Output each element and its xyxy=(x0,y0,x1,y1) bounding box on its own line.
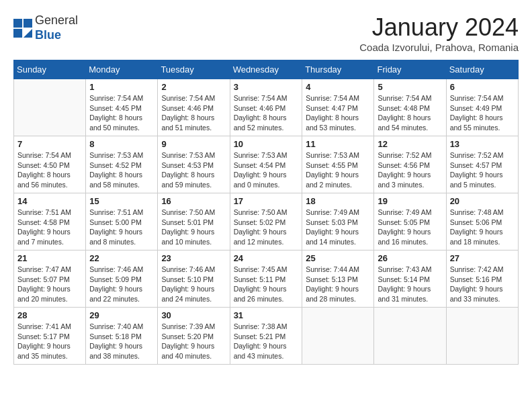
day-number: 25 xyxy=(306,253,370,263)
day-info: Sunrise: 7:47 AMSunset: 5:07 PMDaylight:… xyxy=(17,265,82,304)
day-info: Sunrise: 7:43 AMSunset: 5:14 PMDaylight:… xyxy=(378,265,442,304)
day-number: 13 xyxy=(450,139,515,149)
calendar-cell: 18Sunrise: 7:49 AMSunset: 5:03 PMDayligh… xyxy=(302,193,374,250)
calendar-cell xyxy=(302,308,374,365)
calendar-cell: 15Sunrise: 7:51 AMSunset: 5:00 PMDayligh… xyxy=(86,193,158,250)
svg-rect-1 xyxy=(24,19,32,28)
day-info: Sunrise: 7:53 AMSunset: 4:52 PMDaylight:… xyxy=(89,150,154,190)
calendar-cell: 26Sunrise: 7:43 AMSunset: 5:14 PMDayligh… xyxy=(374,250,446,308)
day-number: 11 xyxy=(306,139,370,149)
day-number: 22 xyxy=(89,253,154,263)
day-number: 23 xyxy=(161,253,226,263)
calendar-cell: 7Sunrise: 7:54 AMSunset: 4:50 PMDaylight… xyxy=(14,136,86,193)
day-number: 9 xyxy=(161,139,226,149)
calendar-cell: 31Sunrise: 7:38 AMSunset: 5:21 PMDayligh… xyxy=(230,308,302,365)
day-number: 1 xyxy=(89,82,154,92)
calendar-cell: 30Sunrise: 7:39 AMSunset: 5:20 PMDayligh… xyxy=(158,308,230,365)
day-number: 17 xyxy=(234,196,299,206)
col-wednesday: Wednesday xyxy=(230,60,302,79)
day-number: 27 xyxy=(450,253,515,263)
logo-line1: General xyxy=(35,13,78,28)
day-info: Sunrise: 7:54 AMSunset: 4:46 PMDaylight:… xyxy=(234,93,299,133)
day-number: 3 xyxy=(234,82,299,92)
calendar-cell: 21Sunrise: 7:47 AMSunset: 5:07 PMDayligh… xyxy=(14,250,86,308)
day-info: Sunrise: 7:51 AMSunset: 5:00 PMDaylight:… xyxy=(89,208,154,247)
day-info: Sunrise: 7:52 AMSunset: 4:57 PMDaylight:… xyxy=(450,150,515,190)
day-number: 28 xyxy=(17,310,82,320)
day-info: Sunrise: 7:50 AMSunset: 5:02 PMDaylight:… xyxy=(234,208,299,247)
day-number: 20 xyxy=(450,196,515,206)
calendar-cell: 25Sunrise: 7:44 AMSunset: 5:13 PMDayligh… xyxy=(302,250,374,308)
day-number: 18 xyxy=(306,196,370,206)
calendar-cell: 9Sunrise: 7:53 AMSunset: 4:53 PMDaylight… xyxy=(158,136,230,193)
day-info: Sunrise: 7:46 AMSunset: 5:10 PMDaylight:… xyxy=(161,265,226,304)
day-info: Sunrise: 7:54 AMSunset: 4:46 PMDaylight:… xyxy=(161,93,226,133)
day-number: 4 xyxy=(306,82,370,92)
day-number: 7 xyxy=(17,139,82,149)
calendar-header-row: Sunday Monday Tuesday Wednesday Thursday… xyxy=(14,60,519,79)
calendar-cell: 19Sunrise: 7:49 AMSunset: 5:05 PMDayligh… xyxy=(374,193,446,250)
day-info: Sunrise: 7:50 AMSunset: 5:01 PMDaylight:… xyxy=(161,208,226,247)
calendar-cell: 8Sunrise: 7:53 AMSunset: 4:52 PMDaylight… xyxy=(86,136,158,193)
location: Coada Izvorului, Prahova, Romania xyxy=(359,42,519,53)
week-row-4: 21Sunrise: 7:47 AMSunset: 5:07 PMDayligh… xyxy=(14,250,519,308)
calendar-table: Sunday Monday Tuesday Wednesday Thursday… xyxy=(13,60,519,365)
calendar-cell: 2Sunrise: 7:54 AMSunset: 4:46 PMDaylight… xyxy=(158,79,230,136)
week-row-2: 7Sunrise: 7:54 AMSunset: 4:50 PMDaylight… xyxy=(14,136,519,193)
day-info: Sunrise: 7:49 AMSunset: 5:03 PMDaylight:… xyxy=(306,208,370,247)
col-monday: Monday xyxy=(86,60,158,79)
day-info: Sunrise: 7:44 AMSunset: 5:13 PMDaylight:… xyxy=(306,265,370,304)
calendar-cell xyxy=(446,308,518,365)
day-number: 19 xyxy=(378,196,442,206)
calendar-cell: 28Sunrise: 7:41 AMSunset: 5:17 PMDayligh… xyxy=(14,308,86,365)
calendar-cell xyxy=(374,308,446,365)
calendar-cell: 16Sunrise: 7:50 AMSunset: 5:01 PMDayligh… xyxy=(158,193,230,250)
day-info: Sunrise: 7:39 AMSunset: 5:20 PMDaylight:… xyxy=(161,322,226,361)
day-number: 2 xyxy=(161,82,226,92)
calendar-cell: 5Sunrise: 7:54 AMSunset: 4:48 PMDaylight… xyxy=(374,79,446,136)
day-info: Sunrise: 7:53 AMSunset: 4:54 PMDaylight:… xyxy=(234,150,299,190)
day-number: 26 xyxy=(378,253,442,263)
svg-marker-3 xyxy=(24,29,32,38)
calendar-cell: 24Sunrise: 7:45 AMSunset: 5:11 PMDayligh… xyxy=(230,250,302,308)
page-header: General Blue January 2024 Coada Izvorulu… xyxy=(13,13,519,53)
day-number: 29 xyxy=(89,310,154,320)
calendar-cell: 13Sunrise: 7:52 AMSunset: 4:57 PMDayligh… xyxy=(446,136,518,193)
day-number: 24 xyxy=(234,253,299,263)
day-number: 12 xyxy=(378,139,442,149)
day-number: 8 xyxy=(89,139,154,149)
calendar-cell: 6Sunrise: 7:54 AMSunset: 4:49 PMDaylight… xyxy=(446,79,518,136)
calendar-cell: 23Sunrise: 7:46 AMSunset: 5:10 PMDayligh… xyxy=(158,250,230,308)
day-number: 31 xyxy=(234,310,299,320)
day-info: Sunrise: 7:46 AMSunset: 5:09 PMDaylight:… xyxy=(89,265,154,304)
calendar-cell: 22Sunrise: 7:46 AMSunset: 5:09 PMDayligh… xyxy=(86,250,158,308)
day-number: 6 xyxy=(450,82,515,92)
calendar-cell xyxy=(14,79,86,136)
calendar-cell: 12Sunrise: 7:52 AMSunset: 4:56 PMDayligh… xyxy=(374,136,446,193)
day-info: Sunrise: 7:54 AMSunset: 4:48 PMDaylight:… xyxy=(378,93,442,133)
day-info: Sunrise: 7:45 AMSunset: 5:11 PMDaylight:… xyxy=(234,265,299,304)
day-info: Sunrise: 7:41 AMSunset: 5:17 PMDaylight:… xyxy=(17,322,82,361)
col-saturday: Saturday xyxy=(446,60,518,79)
day-info: Sunrise: 7:53 AMSunset: 4:53 PMDaylight:… xyxy=(161,150,226,190)
month-title: January 2024 xyxy=(359,13,519,42)
week-row-5: 28Sunrise: 7:41 AMSunset: 5:17 PMDayligh… xyxy=(14,308,519,365)
calendar-cell: 20Sunrise: 7:48 AMSunset: 5:06 PMDayligh… xyxy=(446,193,518,250)
day-info: Sunrise: 7:49 AMSunset: 5:05 PMDaylight:… xyxy=(378,208,442,247)
logo: General Blue xyxy=(13,13,78,42)
day-number: 21 xyxy=(17,253,82,263)
logo-icon xyxy=(13,19,32,38)
day-number: 30 xyxy=(161,310,226,320)
title-block: January 2024 Coada Izvorului, Prahova, R… xyxy=(359,13,519,53)
day-number: 5 xyxy=(378,82,442,92)
col-friday: Friday xyxy=(374,60,446,79)
col-thursday: Thursday xyxy=(302,60,374,79)
col-sunday: Sunday xyxy=(14,60,86,79)
calendar-cell: 29Sunrise: 7:40 AMSunset: 5:18 PMDayligh… xyxy=(86,308,158,365)
day-info: Sunrise: 7:54 AMSunset: 4:50 PMDaylight:… xyxy=(17,150,82,190)
day-info: Sunrise: 7:51 AMSunset: 4:58 PMDaylight:… xyxy=(17,208,82,247)
col-tuesday: Tuesday xyxy=(158,60,230,79)
calendar-cell: 10Sunrise: 7:53 AMSunset: 4:54 PMDayligh… xyxy=(230,136,302,193)
day-number: 10 xyxy=(234,139,299,149)
day-number: 14 xyxy=(17,196,82,206)
